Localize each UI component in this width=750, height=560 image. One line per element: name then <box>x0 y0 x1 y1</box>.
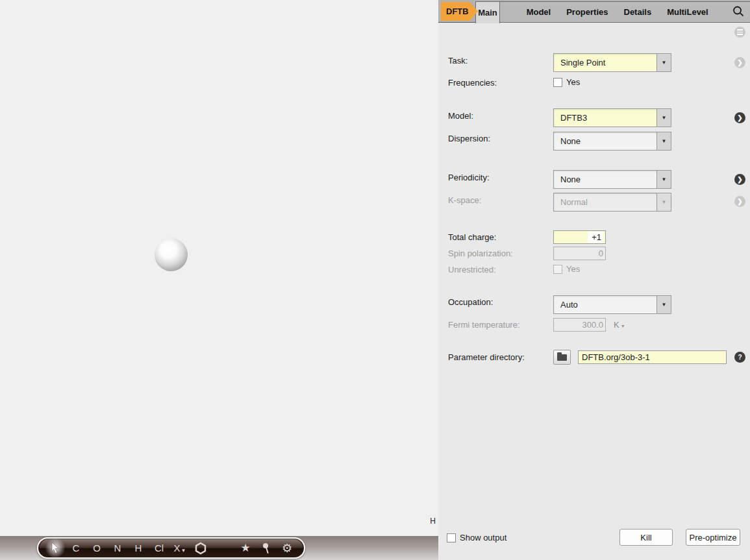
fermi-temperature-input-disabled: 300.0 <box>553 318 606 332</box>
model-detail-chevron[interactable]: ❯ <box>734 112 745 123</box>
hydrogen-atom-sphere[interactable] <box>155 238 188 271</box>
preoptimize-button[interactable]: Pre-optimize <box>686 529 740 546</box>
dropdown-arrow-icon[interactable]: ▼ <box>656 109 671 127</box>
parameter-directory-input[interactable]: DFTB.org/3ob-3-1 <box>578 350 727 364</box>
periodicity-dropdown[interactable]: None ▼ <box>553 170 671 189</box>
kspace-detail-chevron-disabled: ❯ <box>734 196 745 207</box>
frequencies-label: Frequencies: <box>448 78 497 88</box>
show-output-checkbox[interactable] <box>447 533 456 542</box>
frequencies-checkbox-label: Yes <box>566 77 580 88</box>
element-button-X[interactable]: X ▼ <box>169 539 190 557</box>
unrestricted-label: Unrestricted: <box>448 265 496 275</box>
search-icon <box>732 5 745 18</box>
show-output-label: Show output <box>460 533 506 543</box>
unit-label: K <box>614 320 619 330</box>
element-x-label: X <box>174 542 181 554</box>
dropdown-arrow-icon[interactable]: ▼ <box>656 132 671 150</box>
fermi-temperature-value: 300.0 <box>582 320 603 330</box>
fermi-temperature-unit-dropdown: K ▾ <box>614 320 624 330</box>
periodicity-label: Periodicity: <box>448 173 490 183</box>
kspace-value: Normal <box>554 197 656 207</box>
occupation-label: Occupation: <box>448 297 493 308</box>
dropdown-arrow-icon[interactable]: ▼ <box>656 296 671 313</box>
current-element-indicator: H <box>430 517 436 526</box>
dropdown-arrow-icon: ▼ <box>656 193 671 211</box>
kill-button[interactable]: Kill <box>619 529 673 546</box>
kspace-label: K-space: <box>448 195 481 206</box>
wand-icon <box>262 542 271 554</box>
input-panel: . Model Properties Details MultiLevel Ma… <box>438 0 750 560</box>
folder-icon <box>557 354 567 361</box>
dispersion-value: None <box>554 136 656 146</box>
fermi-temperature-label: Fermi temperature: <box>448 320 520 330</box>
element-button-H[interactable]: H <box>128 539 149 557</box>
element-button-N[interactable]: N <box>107 539 128 557</box>
task-label: Task: <box>448 56 468 66</box>
gear-icon: ⚙ <box>282 541 292 555</box>
browse-directory-button[interactable] <box>553 350 571 365</box>
search-button[interactable] <box>732 5 745 18</box>
dftb-method-tab[interactable]: DFTB <box>441 2 478 21</box>
element-toolbar: C O N H Cl X ▼ ★ <box>37 537 305 559</box>
parameter-directory-label: Parameter directory: <box>448 352 525 363</box>
select-cursor-tool[interactable] <box>45 539 66 557</box>
tab-model[interactable]: Model <box>527 7 551 17</box>
spin-polarization-value: 0 <box>599 249 603 258</box>
cursor-icon <box>51 542 60 554</box>
tab-bar: . Model Properties Details MultiLevel Ma… <box>438 0 750 23</box>
element-x-caret-icon: ▼ <box>181 548 186 554</box>
occupation-value: Auto <box>554 300 656 310</box>
unrestricted-checkbox-label: Yes <box>566 264 580 274</box>
dropdown-arrow-icon[interactable]: ▼ <box>656 171 671 188</box>
element-button-Cl[interactable]: Cl <box>149 539 169 557</box>
panel-menu-button[interactable] <box>734 27 745 38</box>
periodicity-detail-chevron[interactable]: ❯ <box>734 174 745 185</box>
spin-polarization-label: Spin polarization: <box>448 249 513 259</box>
tab-properties[interactable]: Properties <box>566 7 608 17</box>
wand-tool[interactable] <box>256 539 277 557</box>
hexagon-ring-icon <box>194 542 207 555</box>
tab-group: . Model Properties Details MultiLevel <box>499 1 750 23</box>
total-charge-value: +1 <box>588 232 603 243</box>
unrestricted-checkbox-disabled <box>553 265 562 274</box>
total-charge-input[interactable]: +1 <box>553 230 606 244</box>
frequencies-checkbox[interactable] <box>553 78 562 87</box>
tab-main-active[interactable]: Main <box>475 1 500 23</box>
question-icon: ? <box>738 354 742 361</box>
tab-details[interactable]: Details <box>624 7 652 17</box>
parameter-directory-help-button[interactable]: ? <box>734 352 745 363</box>
model-label: Model: <box>448 111 473 121</box>
model-dropdown[interactable]: DFTB3 ▼ <box>553 108 671 127</box>
dropdown-arrow-icon[interactable]: ▼ <box>656 54 671 71</box>
tab-multilevel[interactable]: MultiLevel <box>667 7 708 17</box>
star-icon: ★ <box>240 541 250 555</box>
dispersion-label: Dispersion: <box>448 134 490 144</box>
molecule-viewport[interactable]: H C O N H Cl X ▼ <box>0 0 440 560</box>
element-button-C[interactable]: C <box>66 539 86 557</box>
app-window: H C O N H Cl X ▼ <box>0 0 750 560</box>
structures-tool[interactable]: ★ <box>235 539 256 557</box>
task-value: Single Point <box>554 58 656 67</box>
dispersion-dropdown[interactable]: None ▼ <box>553 132 671 151</box>
periodicity-value: None <box>554 175 656 184</box>
spin-polarization-input-disabled: 0 <box>553 247 606 260</box>
model-value: DFTB3 <box>554 113 656 123</box>
settings-tool[interactable]: ⚙ <box>277 539 297 557</box>
task-dropdown[interactable]: Single Point ▼ <box>553 53 671 72</box>
total-charge-label: Total charge: <box>448 232 496 243</box>
unit-caret-icon: ▾ <box>621 323 624 329</box>
ring-tool[interactable] <box>190 539 211 557</box>
occupation-dropdown[interactable]: Auto ▼ <box>553 295 671 314</box>
kspace-dropdown-disabled: Normal ▼ <box>553 193 671 212</box>
task-detail-chevron-disabled: ❯ <box>734 57 745 68</box>
element-button-O[interactable]: O <box>86 539 107 557</box>
parameter-directory-value: DFTB.org/3ob-3-1 <box>582 352 650 362</box>
